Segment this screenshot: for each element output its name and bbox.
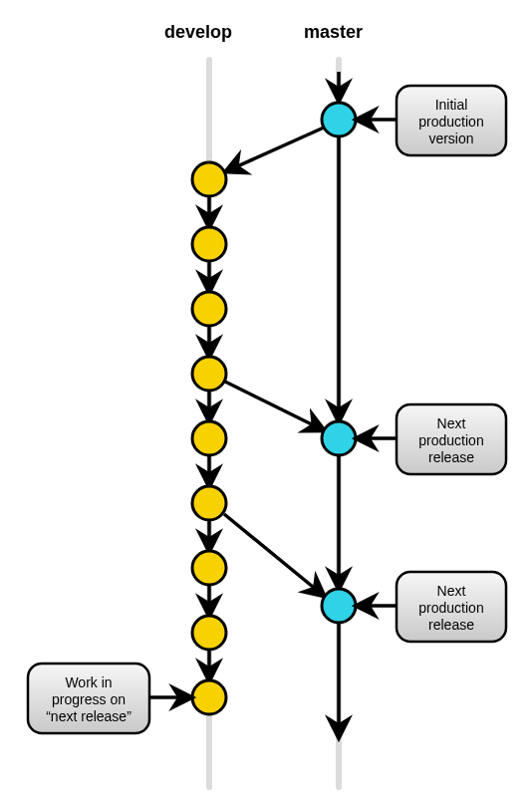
edge-m0-d0 [226, 128, 324, 171]
commit-d1 [192, 227, 226, 261]
master-label: master [304, 22, 363, 42]
callout-next-1: Next production release [357, 404, 506, 474]
commit-m0 [322, 103, 356, 136]
svg-text:progress on: progress on [52, 691, 126, 707]
commit-d7 [192, 616, 226, 650]
svg-text:Next: Next [437, 583, 466, 599]
commit-d4 [192, 421, 226, 455]
callout-initial: Initial production version [357, 86, 506, 155]
svg-text:release: release [428, 449, 474, 465]
svg-text:production: production [418, 432, 483, 448]
svg-text:release: release [428, 617, 474, 633]
commit-m1 [322, 421, 356, 455]
gitflow-diagram: develop master Initial production versio… [0, 0, 532, 801]
svg-text:version: version [428, 131, 473, 146]
callout-wip: Work in progress on “next release” [28, 664, 191, 733]
svg-text:production: production [418, 600, 483, 616]
commit-m2 [322, 589, 356, 623]
edge-d3-m1 [225, 382, 324, 430]
svg-text:Work in: Work in [65, 674, 112, 690]
svg-text:Next: Next [437, 415, 466, 431]
commit-d8 [192, 680, 226, 714]
svg-text:“next release”: “next release” [46, 708, 132, 724]
callout-next-2: Next production release [357, 572, 506, 642]
svg-text:production: production [418, 114, 483, 130]
commit-d6 [192, 551, 226, 585]
edge-d5-m2 [224, 514, 324, 596]
svg-text:Initial: Initial [435, 97, 468, 113]
commit-d3 [192, 357, 226, 391]
commit-d2 [192, 292, 226, 326]
commit-d0 [192, 162, 226, 196]
commit-d5 [192, 486, 226, 520]
develop-label: develop [164, 22, 232, 42]
